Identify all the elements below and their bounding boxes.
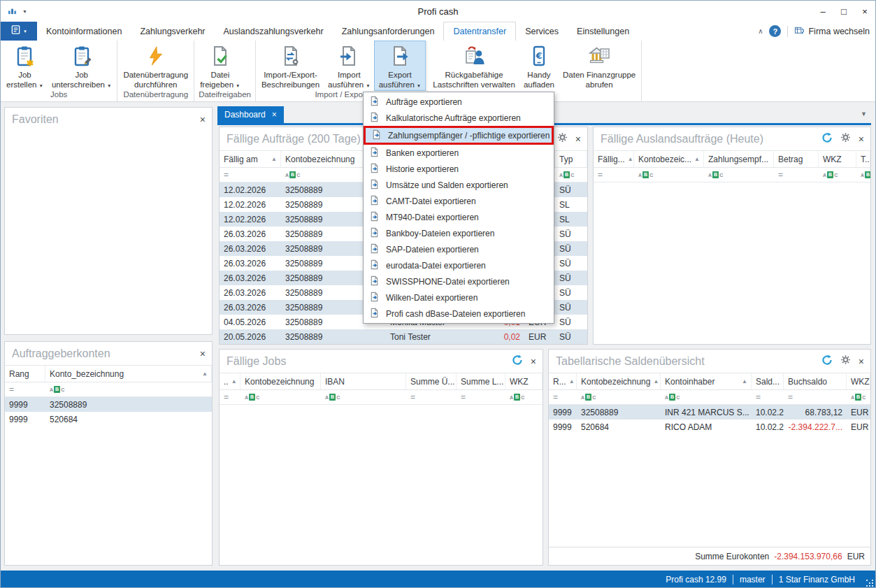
column-header[interactable]: Zahlungsempf... — [704, 151, 774, 167]
menu-item[interactable]: SAP-Dateien exportieren — [364, 241, 554, 257]
ribbon-tab[interactable]: Datentransfer — [443, 22, 516, 41]
ribbon-tab[interactable]: Auslandszahlungsverkehr — [215, 22, 333, 41]
column-header[interactable]: Sald... — [752, 373, 784, 389]
filter-cell[interactable]: ABC — [505, 394, 543, 401]
ribbon-button[interactable]: Joberstellen▼ — [2, 41, 48, 90]
column-header[interactable]: Kontobezeic...▲ — [634, 151, 704, 167]
minimize-button[interactable]: – — [812, 1, 833, 22]
column-header[interactable]: T... — [856, 151, 870, 167]
column-header[interactable]: Summe L... — [457, 373, 505, 389]
gear-icon[interactable] — [840, 132, 851, 145]
refresh-icon[interactable] — [821, 354, 833, 368]
column-header[interactable]: Kontobezeichnung — [240, 373, 321, 389]
ribbon-button[interactable]: Dateifreigeben▼ — [196, 41, 244, 90]
filter-cell[interactable]: = — [784, 392, 847, 402]
column-header[interactable]: WKZ — [847, 373, 870, 389]
table-row[interactable]: 9999520684RICO ADAM10.02.2-2.394.222.7..… — [549, 420, 870, 434]
filter-cell[interactable]: ABC — [577, 394, 661, 401]
filter-cell[interactable]: ABC — [634, 171, 704, 178]
close-icon[interactable]: × — [200, 349, 206, 359]
ribbon-button[interactable]: Jobunterschreiben▼ — [48, 41, 116, 90]
menu-item[interactable]: Aufträge exportieren — [364, 94, 554, 110]
filter-cell[interactable]: = — [752, 392, 784, 402]
ribbon-tab[interactable]: Zahlungsanforderungen — [333, 22, 444, 41]
table-row[interactable]: 20.05.202632508889Toni Tester0,02EURSÜ — [220, 329, 587, 344]
filter-cell[interactable]: ABC — [555, 171, 587, 178]
menu-item[interactable]: Wilken-Datei exportieren — [364, 289, 554, 306]
help-icon[interactable]: ? — [769, 25, 781, 37]
resize-grip[interactable] — [866, 580, 873, 587]
column-header[interactable]: IBAN — [321, 373, 406, 389]
ribbon-button[interactable]: Datenübertragungdurchführen — [119, 41, 192, 90]
filter-cell[interactable]: = — [5, 385, 45, 394]
close-icon[interactable]: × — [859, 357, 864, 366]
filter-cell[interactable]: = — [549, 392, 577, 402]
ribbon-button[interactable]: Exportausführen▼ — [375, 41, 426, 90]
close-icon[interactable]: × — [200, 115, 206, 124]
tabstrip-overflow-icon[interactable]: ▼ — [861, 110, 867, 117]
close-button[interactable]: × — [854, 1, 875, 22]
menu-item[interactable]: eurodata-Datei exportieren — [364, 257, 554, 273]
quick-access-toolbar[interactable]: ▼ — [1, 5, 27, 17]
column-header[interactable]: Kontobezeichnung▲ — [577, 373, 661, 389]
bar-chart-icon[interactable] — [8, 5, 17, 17]
filter-cell[interactable]: ABC — [240, 394, 321, 401]
filter-cell[interactable]: ABC — [819, 171, 856, 178]
column-header[interactable]: WKZ — [505, 373, 543, 389]
table-row[interactable]: 999932508889 — [5, 397, 212, 412]
filter-cell[interactable]: = — [774, 170, 819, 180]
menu-item[interactable]: CAMT-Datei exportieren — [364, 193, 554, 209]
column-header[interactable]: Konto_bezeichnung▲ — [45, 366, 212, 382]
filter-cell[interactable]: = — [594, 170, 634, 180]
dashboard-tab-close-icon[interactable]: × — [272, 110, 277, 120]
column-header[interactable]: Typ — [555, 151, 587, 167]
filter-cell[interactable]: ABC — [661, 394, 752, 401]
column-header[interactable]: Summe Ü... — [406, 373, 457, 389]
ribbon-tab[interactable]: Zahlungsverkehr — [131, 22, 214, 41]
column-header[interactable]: ..▲ — [220, 373, 240, 389]
table-row[interactable]: 999932508889INR 421 MARCUS S...10.02.268… — [549, 405, 870, 420]
menu-item[interactable]: Umsätze und Salden exportieren — [364, 177, 554, 193]
filter-cell[interactable]: ABC — [45, 386, 212, 393]
menu-item[interactable]: Historie exportieren — [364, 161, 554, 177]
close-icon[interactable]: × — [531, 357, 536, 366]
ribbon-button[interactable]: € Handyaufladen — [519, 41, 559, 90]
column-header[interactable]: WKZ — [819, 151, 856, 167]
refresh-icon[interactable] — [821, 132, 833, 146]
ribbon-button[interactable]: Importausführen▼ — [324, 41, 375, 90]
filter-cell[interactable]: = — [220, 170, 281, 180]
menu-item[interactable]: Profi cash dBase-Dateien exportieren — [364, 306, 554, 322]
filter-cell[interactable]: = — [220, 392, 240, 402]
menu-item[interactable]: SWISSPHONE-Datei exportieren — [364, 273, 554, 289]
ribbon-button[interactable]: Import-/Export-Beschreibungen — [257, 41, 324, 90]
ribbon-tab[interactable]: Kontoinformationen — [37, 22, 131, 41]
menu-item[interactable]: MT940-Datei exportieren — [364, 209, 554, 225]
collapse-ribbon-icon[interactable]: ∧ — [758, 27, 763, 35]
tab-dashboard[interactable]: Dashboard × — [217, 106, 284, 123]
ribbon-tab[interactable]: Einstellungen — [568, 22, 638, 41]
maximize-button[interactable]: □ — [833, 1, 854, 22]
refresh-icon[interactable] — [512, 354, 523, 368]
column-header[interactable]: Kontoinhaber▲ — [661, 373, 752, 389]
column-header[interactable]: Fällig...▲ — [594, 151, 634, 167]
column-header[interactable]: R...▲ — [549, 373, 577, 389]
column-header[interactable]: Betrag — [774, 151, 819, 167]
column-header[interactable]: Fällig am▲ — [220, 151, 281, 167]
ribbon-tab[interactable]: Services — [516, 22, 568, 41]
menu-item[interactable]: Kalkulatorische Aufträge exportieren — [364, 110, 554, 126]
ribbon-button[interactable]: Daten Finanzgruppeabrufen — [559, 41, 640, 90]
table-row[interactable]: 9999520684 — [5, 412, 212, 426]
filter-cell[interactable]: ABC — [321, 394, 406, 401]
filter-cell[interactable]: = — [457, 392, 505, 402]
filter-cell[interactable]: ABC — [856, 171, 870, 178]
gear-icon[interactable] — [557, 132, 568, 145]
customize-toolbar-arrow-icon[interactable]: ▼ — [22, 9, 27, 14]
menu-item[interactable]: Zahlungsempfänger / -pflichtige exportie… — [364, 126, 554, 145]
column-header[interactable]: Rang — [5, 366, 45, 382]
menu-item[interactable]: Bankboy-Dateien exportieren — [364, 225, 554, 241]
filter-cell[interactable]: ABC — [847, 394, 870, 401]
column-header[interactable]: Buchsaldo — [784, 373, 847, 389]
gear-icon[interactable] — [840, 354, 851, 368]
application-menu-button[interactable]: ▼ — [1, 22, 37, 41]
filter-cell[interactable]: ABC — [704, 171, 774, 178]
